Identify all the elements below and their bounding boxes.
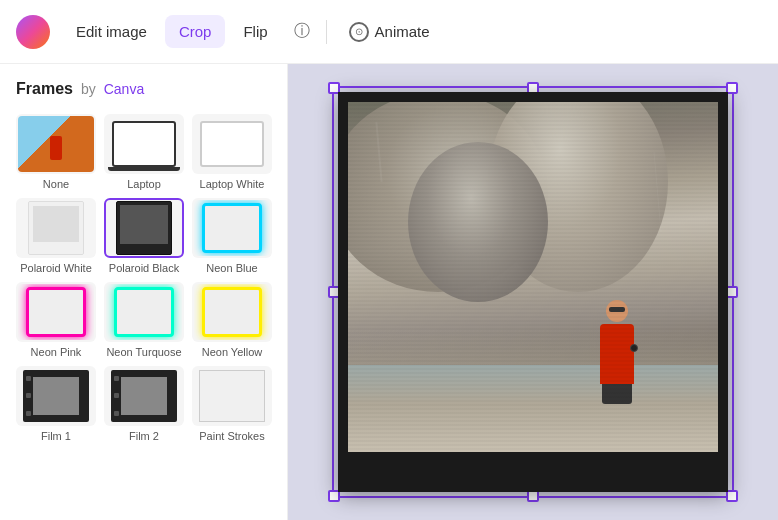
film-hole	[114, 393, 119, 398]
left-panel: Frames by Canva None Laptop	[0, 64, 288, 520]
main-area: Frames by Canva None Laptop	[0, 64, 778, 520]
canva-logo	[16, 15, 50, 49]
photo-content	[348, 102, 718, 452]
crop-button[interactable]: Crop	[165, 15, 226, 48]
frame-item-neon-blue[interactable]: Neon Blue	[192, 198, 272, 274]
frame-film-2	[111, 370, 177, 422]
canvas-area[interactable]	[288, 64, 778, 520]
frame-item-neon-pink[interactable]: Neon Pink	[16, 282, 96, 358]
frame-item-film-1[interactable]: Film 1	[16, 366, 96, 442]
frame-thumb-film-2	[104, 366, 184, 426]
frame-neon-pink	[26, 287, 86, 337]
info-button[interactable]: ⓘ	[286, 16, 318, 48]
frame-item-neon-turquoise[interactable]: Neon Turquose	[104, 282, 184, 358]
frame-item-film-2[interactable]: Film 2	[104, 366, 184, 442]
frame-item-paint-strokes[interactable]: Paint Strokes	[192, 366, 272, 442]
animate-label: Animate	[375, 23, 430, 40]
frame-label-laptop-white: Laptop White	[200, 178, 265, 190]
frame-paint	[199, 370, 265, 422]
film-hole	[26, 411, 31, 416]
frame-neon-turquoise	[114, 287, 174, 337]
frame-none-person	[50, 136, 62, 160]
animate-icon: ⊙	[349, 22, 369, 42]
canva-link[interactable]: Canva	[104, 81, 144, 97]
frame-thumb-none	[16, 114, 96, 174]
frame-label-film-1: Film 1	[41, 430, 71, 442]
frame-neon-blue	[202, 203, 262, 253]
frame-thumb-laptop	[104, 114, 184, 174]
frame-label-none: None	[43, 178, 69, 190]
frame-item-laptop[interactable]: Laptop	[104, 114, 184, 190]
panel-title: Frames	[16, 80, 73, 98]
frame-film-1	[23, 370, 89, 422]
film-hole	[26, 376, 31, 381]
frame-label-film-2: Film 2	[129, 430, 159, 442]
frames-grid: None Laptop Laptop White	[16, 114, 271, 442]
frame-thumb-neon-yellow	[192, 282, 272, 342]
frame-film-holes-2-left	[114, 370, 119, 422]
frame-item-neon-yellow[interactable]: Neon Yellow	[192, 282, 272, 358]
frame-label-paint-strokes: Paint Strokes	[199, 430, 264, 442]
frame-thumb-neon-turquoise	[104, 282, 184, 342]
frame-laptop-white	[200, 121, 264, 167]
frame-item-polaroid-white[interactable]: Polaroid White	[16, 198, 96, 274]
frame-neon-yellow	[202, 287, 262, 337]
frame-none-bg	[18, 116, 94, 172]
frame-label-neon-yellow: Neon Yellow	[202, 346, 263, 358]
frame-item-polaroid-black[interactable]: Polaroid Black	[104, 198, 184, 274]
toolbar: Edit image Crop Flip ⓘ ⊙ Animate	[0, 0, 778, 64]
frame-polaroid-white-inner	[33, 206, 79, 242]
frame-thumb-paint-strokes	[192, 366, 272, 426]
frame-laptop	[112, 121, 176, 167]
film-hole	[114, 411, 119, 416]
frame-film-2-inner	[121, 377, 167, 415]
panel-header: Frames by Canva	[16, 80, 271, 98]
film-hole	[26, 393, 31, 398]
frame-item-laptop-white[interactable]: Laptop White	[192, 114, 272, 190]
frame-label-neon-turquoise: Neon Turquose	[106, 346, 181, 358]
frame-thumb-neon-pink	[16, 282, 96, 342]
flip-button[interactable]: Flip	[229, 15, 281, 48]
frame-polaroid-black-inner	[120, 205, 168, 244]
image-container[interactable]	[338, 92, 728, 492]
frame-thumb-polaroid-white	[16, 198, 96, 258]
photo-grain	[348, 102, 718, 452]
frame-thumb-film-1	[16, 366, 96, 426]
panel-by-label: by	[81, 81, 96, 97]
animate-button[interactable]: ⊙ Animate	[335, 14, 444, 50]
frame-thumb-laptop-white	[192, 114, 272, 174]
toolbar-divider	[326, 20, 327, 44]
frame-label-laptop: Laptop	[127, 178, 161, 190]
frame-film-inner	[33, 377, 79, 415]
frame-item-none[interactable]: None	[16, 114, 96, 190]
frame-label-polaroid-black: Polaroid Black	[109, 262, 179, 274]
frame-polaroid-black	[116, 201, 172, 255]
frame-thumb-neon-blue	[192, 198, 272, 258]
frame-label-polaroid-white: Polaroid White	[20, 262, 92, 274]
frame-label-neon-pink: Neon Pink	[31, 346, 82, 358]
edit-image-button[interactable]: Edit image	[62, 15, 161, 48]
frame-thumb-polaroid-black	[104, 198, 184, 258]
film-hole	[114, 376, 119, 381]
frame-film-holes-left	[26, 370, 31, 422]
polaroid-black-frame	[338, 92, 728, 492]
frame-polaroid-white	[28, 201, 84, 255]
frame-label-neon-blue: Neon Blue	[206, 262, 257, 274]
